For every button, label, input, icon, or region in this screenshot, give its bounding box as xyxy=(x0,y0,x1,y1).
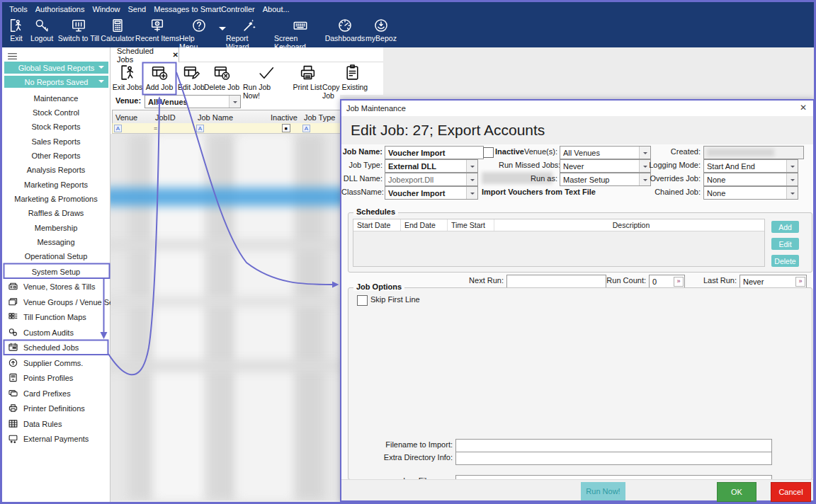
toolbar-calculator-button[interactable]: Calculator xyxy=(100,18,135,42)
logging-mode-dropdown[interactable]: Start And End xyxy=(703,159,798,173)
run-job-now-button[interactable]: Run Job Now! xyxy=(243,64,288,100)
next-run-field[interactable] xyxy=(506,275,606,288)
column-header-inactive[interactable]: Inactive xyxy=(268,110,305,125)
venue-filter-dropdown[interactable]: All Venues xyxy=(144,95,241,108)
created-field xyxy=(703,146,804,159)
sidebar-item-data-rules[interactable]: Data Rules xyxy=(2,416,116,431)
venues-dropdown[interactable]: All Venues xyxy=(560,146,651,159)
cancel-button[interactable]: Cancel xyxy=(771,482,811,502)
run-count-field[interactable]: 0» xyxy=(649,275,685,288)
sidebar-item-points-profiles[interactable]: Points Profiles xyxy=(2,370,116,385)
toolbar-help-menu-button[interactable]: Help Menu... xyxy=(179,18,219,51)
close-icon[interactable]: ✕ xyxy=(173,51,178,59)
chevron-down-icon xyxy=(639,147,650,159)
filename-to-import-input[interactable] xyxy=(455,439,772,452)
toolbar-logout-button[interactable]: Logout xyxy=(26,18,57,42)
toolbar-switch-to-till-button[interactable]: Switch to Till xyxy=(56,18,101,42)
run-missed-jobs-dropdown[interactable]: Never xyxy=(560,159,651,173)
schedule-col-description[interactable]: Description xyxy=(494,219,764,231)
smartcontroller-window: Tools Authorisations Window Send Message… xyxy=(0,0,816,504)
schedule-add-button[interactable]: Add xyxy=(771,221,799,233)
column-header-job-type[interactable]: Job Type xyxy=(301,110,344,125)
delete-job-button[interactable]: Delete Job xyxy=(203,64,240,91)
chained-job-dropdown[interactable]: None xyxy=(703,186,798,200)
schedule-edit-button[interactable]: Edit xyxy=(771,238,799,250)
sidebar-item-till-function-maps[interactable]: Till Function Maps xyxy=(2,309,116,324)
sidebar-item-marketing-reports[interactable]: Marketing Reports xyxy=(2,178,110,192)
toolbar-report-wizard-button[interactable]: Report Wizard xyxy=(226,18,273,51)
toolbar-exit-button[interactable]: Exit xyxy=(5,18,28,42)
toolbar-dashboards-button[interactable]: Dashboards xyxy=(325,18,365,42)
edit-job-button[interactable]: Edit Job xyxy=(177,64,205,91)
toolbar-recent-items-button[interactable]: Recent Items xyxy=(135,18,179,42)
sidebar-item-analysis-reports[interactable]: Analysis Reports xyxy=(2,163,110,177)
filter-cell-inactive[interactable]: ■ xyxy=(268,123,303,134)
chevron-down-icon xyxy=(466,173,477,185)
close-icon[interactable]: ✕ xyxy=(800,103,807,113)
fast-forward-icon[interactable]: » xyxy=(795,277,805,287)
print-list-button[interactable]: Print List xyxy=(291,64,324,91)
classname-dropdown[interactable]: Voucher Import xyxy=(385,186,478,200)
menu-authorisations[interactable]: Authorisations xyxy=(35,5,85,13)
exit-jobs-button[interactable]: Exit Jobs xyxy=(112,64,143,91)
filter-cell-job-type[interactable]: A xyxy=(301,123,342,134)
copy-existing-job-button[interactable]: Copy Existing Job xyxy=(322,64,382,100)
chevron-down-icon xyxy=(466,160,477,172)
schedule-col-start-date[interactable]: Start Date xyxy=(353,219,401,231)
sidebar-item-system-setup[interactable]: System Setup xyxy=(2,265,110,279)
toolbar-screen-keyboard-button[interactable]: Screen Keyboard xyxy=(274,18,327,51)
sidebar-item-venue-stores-tills[interactable]: Venue, Stores & Tills xyxy=(2,279,116,294)
sidebar-item-membership[interactable]: Membership xyxy=(2,221,110,235)
dll-name-dropdown[interactable]: Jobexport.Dll xyxy=(385,173,478,186)
job-type-dropdown[interactable]: External DLL xyxy=(385,159,478,173)
filter-cell-venue[interactable]: A xyxy=(112,123,155,134)
sidebar-item-sales-reports[interactable]: Sales Reports xyxy=(2,134,110,149)
run-as-dropdown[interactable]: Master Setup xyxy=(560,173,651,186)
fast-forward-icon[interactable]: » xyxy=(674,277,684,287)
menu-send[interactable]: Send xyxy=(128,5,147,13)
chevron-down-icon[interactable] xyxy=(219,27,226,34)
sidebar-item-marketing-promotions[interactable]: Marketing & Promotions xyxy=(2,192,110,206)
sidebar-item-stock-control[interactable]: Stock Control xyxy=(2,105,110,120)
schedule-delete-button[interactable]: Delete xyxy=(771,255,799,267)
global-saved-reports-button[interactable]: Global Saved Reports xyxy=(4,62,108,74)
sidebar-item-supplier-comms[interactable]: Supplier Comms. xyxy=(2,355,116,370)
filter-cell-job-name[interactable]: A xyxy=(195,123,270,134)
skip-first-line-checkbox[interactable] xyxy=(357,295,368,306)
sidebar-item-operational-setup[interactable]: Operational Setup xyxy=(2,249,110,263)
inactive-checkbox[interactable] xyxy=(483,147,494,158)
column-header-jobid[interactable]: JobID xyxy=(152,110,198,125)
add-job-button[interactable]: Add Job xyxy=(144,64,175,91)
menu-window[interactable]: Window xyxy=(92,5,120,13)
column-header-venue[interactable]: Venue xyxy=(112,110,157,125)
extra-directory-info-input[interactable] xyxy=(455,452,772,465)
sidebar-item-messaging[interactable]: Messaging xyxy=(2,235,110,249)
sidebar-item-scheduled-jobs[interactable]: Scheduled Jobs xyxy=(2,340,116,355)
overrides-job-dropdown[interactable]: None xyxy=(703,173,798,186)
sidebar-item-other-reports[interactable]: Other Reports xyxy=(2,149,110,163)
schedule-col-time-start[interactable]: Time Start xyxy=(448,219,494,231)
run-now-button[interactable]: Run Now! xyxy=(581,482,625,500)
sidebar-item-raffles-draws[interactable]: Raffles & Draws xyxy=(2,206,110,220)
schedule-col-end-date[interactable]: End Date xyxy=(401,219,448,231)
sidebar-item-stock-reports[interactable]: Stock Reports xyxy=(2,120,110,134)
menu-messages-smartcontroller[interactable]: Messages to SmartController xyxy=(154,5,254,13)
job-name-input[interactable]: Voucher Import xyxy=(385,146,484,159)
menu-tools[interactable]: Tools xyxy=(9,5,28,13)
last-run-field[interactable]: Never» xyxy=(740,275,807,288)
sidebar-item-custom-audits[interactable]: Custom Audits xyxy=(2,325,116,340)
no-reports-saved-button[interactable]: No Reports Saved xyxy=(4,76,108,88)
sidebar-item-venue-groups[interactable]: Venue Groups / Venue Sets xyxy=(2,294,116,309)
toolbar-mybepoz-button[interactable]: myBepoz xyxy=(365,18,397,42)
filter-cell-jobid[interactable]: = xyxy=(152,123,197,134)
ok-button[interactable]: OK xyxy=(717,482,756,502)
sidebar-item-printer-definitions[interactable]: Printer Definitions xyxy=(2,401,116,416)
sidebar-item-card-prefixes[interactable]: Card Prefixes xyxy=(2,386,116,401)
tab-scheduled-jobs[interactable]: Scheduled Jobs ✕ xyxy=(112,47,179,62)
column-header-job-name[interactable]: Job Name xyxy=(195,110,271,125)
hamburger-icon[interactable] xyxy=(7,51,18,62)
text-filter-icon: A xyxy=(114,125,122,132)
sidebar-item-maintenance[interactable]: Maintenance xyxy=(2,91,110,105)
menu-about[interactable]: About... xyxy=(263,5,290,13)
sidebar-item-external-payments[interactable]: External Payments xyxy=(2,431,116,446)
